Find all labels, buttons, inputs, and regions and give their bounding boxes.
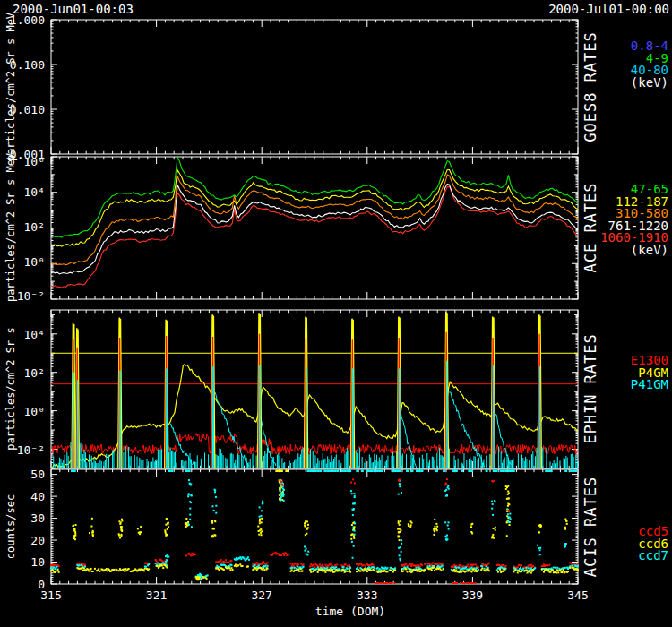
- legend-acis-ccd7: ccd7: [570, 550, 668, 562]
- ytick-ace-1: 10⁴: [4, 186, 45, 198]
- ytick-ephin-0: 10⁴: [4, 329, 45, 340]
- xtick-339: 339: [454, 589, 490, 601]
- ytick-acis-4: 10: [4, 556, 45, 568]
- ephin-series-P41GM-noise: [54, 441, 577, 468]
- ytick-ace-3: 10⁰: [4, 256, 45, 268]
- xtick-321: 321: [139, 589, 175, 601]
- xtick-333: 333: [349, 589, 385, 601]
- legend-ace-(keV): (keV): [570, 245, 668, 256]
- plot-screen: { "title_left": "2000-Jun01-00:03", "tit…: [0, 0, 672, 627]
- ytick-ace-0: 10⁶: [4, 156, 45, 167]
- ace-series-47-65: [51, 157, 578, 237]
- ace-series-1060-1910: [51, 186, 578, 288]
- ytick-acis-0: 50: [4, 468, 45, 480]
- ytick-acis-1: 40: [4, 491, 45, 502]
- ace-series-310-580: [51, 175, 578, 265]
- ytick-ephin-3: 10⁻²: [4, 444, 45, 456]
- acis-points: [50, 470, 579, 585]
- ytick-ephin-1: 10²: [4, 367, 45, 379]
- ytick-acis-2: 30: [4, 512, 45, 524]
- ephin-P41GM-tail-5: [494, 402, 512, 465]
- xtick-345: 345: [560, 589, 596, 601]
- ytick-goes8-2: 0.010: [4, 104, 45, 116]
- ytick-goes8-0: 1.000: [4, 14, 45, 26]
- xtick-327: 327: [244, 589, 280, 601]
- axes-ace: [51, 157, 578, 299]
- axes-ephin: [51, 310, 578, 468]
- ephin-P41GM-tail-4: [447, 384, 485, 467]
- xtick-315: 315: [33, 589, 69, 601]
- ytick-acis-3: 20: [4, 535, 45, 546]
- ytick-goes8-1: 0.100: [4, 59, 45, 71]
- ytick-ace-4: 10⁻²: [4, 290, 45, 302]
- legend-ephin-P41GM: P41GM: [570, 379, 668, 391]
- axes-goes8: [51, 20, 578, 154]
- ytick-ephin-2: 10⁰: [4, 406, 45, 417]
- legend-goes8-(keV): (keV): [570, 77, 668, 89]
- ytick-ace-2: 10²: [4, 221, 45, 233]
- ace-series-761-1220: [51, 184, 578, 274]
